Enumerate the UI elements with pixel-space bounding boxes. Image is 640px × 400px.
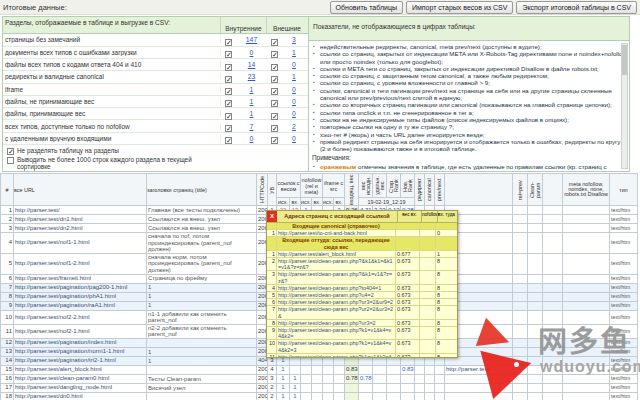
col-header-title[interactable]: заголовки страниц (title) bbox=[147, 174, 257, 206]
option-row[interactable]: ✓ Не разделять таблицу на разделы bbox=[7, 147, 306, 155]
import-weights-csv-button[interactable]: Импорт старых весов из CSV bbox=[406, 1, 513, 14]
cell bbox=[563, 301, 610, 310]
link-url[interactable]: http://parser.test/alert_block.html bbox=[277, 251, 395, 257]
col-header-w3[interactable]: Стар. Rank bbox=[387, 174, 401, 198]
scrollbar-thumb[interactable] bbox=[622, 45, 627, 75]
external-count-link[interactable]: 0 bbox=[282, 98, 306, 105]
tooltip-link-row[interactable]: 10 http://parser.test/clean-param.php?k1… bbox=[267, 340, 457, 353]
section-label: редиректы и валидные canonical bbox=[3, 73, 221, 80]
col-header-cleanparam[interactable]: Clean-param bbox=[528, 174, 543, 206]
tooltip-link-row[interactable]: 3 http://parser.test/clean-param.php?&k1… bbox=[267, 271, 457, 284]
col-header-httpcode[interactable]: HTTPCode bbox=[257, 174, 268, 206]
internal-count-link[interactable]: 23 bbox=[236, 73, 267, 80]
url-cell[interactable]: http://parser.test/frameit.html bbox=[14, 274, 147, 283]
col-header-w1[interactable]: вес исходн. bbox=[359, 174, 373, 198]
internal-count-link[interactable]: 1 bbox=[236, 98, 267, 105]
link-url[interactable]: http://parser.test/to-cnl-and-back.html bbox=[277, 230, 395, 236]
col-header-num[interactable]: # bbox=[1, 174, 14, 206]
link-url[interactable]: http://parser.test/clean-param.php?k1=v1… bbox=[277, 327, 395, 339]
url-cell[interactable]: http://parser.test/clean-param0.html bbox=[14, 374, 147, 383]
link-url[interactable]: http://parser.test/clean-param.php?&k1&k… bbox=[277, 258, 395, 270]
tooltip-link-row[interactable]: 4 http://parser.test/clean-param.php?to4… bbox=[267, 285, 457, 292]
col-header-relprev[interactable]: rel=prev bbox=[513, 174, 528, 206]
col-header-canonical[interactable]: canonical bbox=[425, 174, 435, 206]
close-icon[interactable]: X bbox=[267, 211, 277, 222]
col-header-mimetype[interactable]: тип bbox=[610, 174, 638, 206]
url-cell[interactable]: http://parser.test/nof2-2.html bbox=[14, 310, 147, 324]
url-cell[interactable]: http://parser.test/pagination/pag200-1.h… bbox=[14, 283, 147, 292]
link-url[interactable]: http://parser.test/clean-param.php?ur3=2 bbox=[277, 320, 395, 326]
external-count-link[interactable]: 0 bbox=[282, 110, 306, 117]
internal-count-link[interactable]: 0 bbox=[236, 49, 267, 56]
link-url[interactable]: http://parser.test/clean-param.php?u4=2 bbox=[277, 292, 395, 298]
col-header-nofollow[interactable]: nofollow (rel и meta) bbox=[301, 174, 323, 198]
internal-count-link[interactable]: 0 bbox=[236, 135, 267, 142]
col-header-prevnext[interactable]: prev/next bbox=[435, 174, 445, 206]
link-url[interactable]: http://parser.test/clean-param.php?ur3=2… bbox=[277, 299, 395, 305]
external-count-link[interactable]: 0 bbox=[282, 135, 306, 142]
tooltip-link-row[interactable]: 8 http://parser.test/clean-param.php?ur3… bbox=[267, 320, 457, 327]
url-cell[interactable]: http://parser.test/pagination/raA1.html bbox=[14, 301, 147, 310]
tooltip-link-row[interactable]: 1 http://parser.test/to-cnl-and-back.htm… bbox=[267, 230, 457, 237]
internal-count-link[interactable]: 147 bbox=[236, 36, 267, 43]
cell bbox=[563, 383, 610, 392]
internal-count-link[interactable]: 1 bbox=[236, 86, 267, 93]
url-cell[interactable]: http://parser.test/pagination/tri2-1.htm… bbox=[14, 356, 147, 365]
option-checkbox[interactable]: ✓ bbox=[7, 148, 14, 155]
url-cell[interactable]: http://parser.test/dn0.html bbox=[14, 392, 147, 400]
url-cell[interactable]: http://parser.test/dn2.html bbox=[14, 224, 147, 233]
external-count-link[interactable]: 1 bbox=[282, 49, 306, 56]
url-cell[interactable]: http://parser.test/dangling_node.html bbox=[14, 383, 147, 392]
tooltip-link-row[interactable]: 2 http://parser.test/clean-param.php?&k1… bbox=[267, 258, 457, 271]
internal-count-link[interactable]: 7 bbox=[236, 123, 267, 130]
section-label: страницы без замечаний bbox=[3, 36, 221, 43]
tooltip-link-row[interactable]: 5 http://parser.test/clean-param.php?u4=… bbox=[267, 292, 457, 299]
col-header-links-weight[interactable]: ссылок с весом bbox=[277, 174, 301, 198]
option-checkbox[interactable] bbox=[7, 157, 14, 164]
url-cell[interactable]: http://parser.test/alert_block.html bbox=[14, 365, 147, 374]
table-row[interactable]: 15http://parser.test/alert_block.html200… bbox=[1, 365, 638, 374]
refresh-tables-button[interactable]: Обновить таблицы bbox=[330, 1, 403, 14]
export-table-csv-button[interactable]: Экспорт итоговой таблицы в CSV bbox=[516, 1, 637, 14]
external-count-link[interactable]: 2 bbox=[282, 123, 306, 130]
internal-count-link[interactable]: 1 bbox=[236, 110, 267, 117]
col-header-iframe[interactable]: iframe с src bbox=[323, 174, 345, 198]
col-header-w2[interactable]: удельн. вес bbox=[373, 174, 387, 198]
url-cell[interactable]: http://parser.test/pagination/index.html bbox=[14, 338, 147, 347]
url-cell[interactable]: http://parser.test/pagination/norm1-1.ht… bbox=[14, 347, 147, 356]
col-header-incoming-weight[interactable]: входящ. вес bbox=[345, 174, 359, 206]
col-header-redirect[interactable]: редирект bbox=[415, 174, 425, 206]
table-row[interactable]: 18http://parser.test/dn0.html200211text/… bbox=[1, 392, 638, 400]
snapshot-date-header[interactable]: 19-02-19_12:19 bbox=[359, 198, 415, 206]
tooltip-link-row[interactable]: 1 http://parser.test/alert_block.html 0.… bbox=[267, 251, 457, 258]
link-url[interactable]: http://parser.test/clean-param.php?ur2=2… bbox=[277, 306, 395, 318]
tooltip-link-row[interactable]: 6 http://parser.test/clean-param.php?ur3… bbox=[267, 299, 457, 306]
link-url[interactable]: http://parser.test/clean-param.php?to404… bbox=[277, 285, 395, 291]
external-count-link[interactable]: 0 bbox=[282, 61, 306, 68]
url-cell[interactable]: http://parser.test/dn1.html bbox=[14, 215, 147, 224]
option-row[interactable]: Выводить не более 1000 строк каждого раз… bbox=[7, 156, 306, 170]
table-row[interactable]: 17http://parser.test/dangling_node.htmlВ… bbox=[1, 383, 638, 392]
link-url[interactable]: http://parser.test/clean-param.php?k1=v1… bbox=[277, 340, 395, 352]
notes-scrollbar[interactable] bbox=[621, 43, 628, 169]
row-number: 8 bbox=[267, 320, 277, 326]
col-header-url[interactable]: все URL bbox=[14, 174, 147, 206]
tooltip-link-row[interactable]: 7 http://parser.test/clean-param.php?ur2… bbox=[267, 306, 457, 319]
url-cell[interactable]: http://parser.test/nof1-2.html bbox=[14, 253, 147, 274]
external-count-link[interactable]: 1 bbox=[282, 73, 306, 80]
url-cell[interactable]: http://parser.test/nof2-1.html bbox=[14, 324, 147, 338]
internal-count-link[interactable]: 14 bbox=[236, 61, 267, 68]
table-row[interactable]: 16http://parser.test/clean-param0.htmlТе… bbox=[1, 374, 638, 383]
link-url[interactable]: http://parser.test/clean-param.php?&k1=v… bbox=[277, 271, 395, 283]
url-cell[interactable]: http://parser.test/nof1-1.html bbox=[14, 233, 147, 254]
col-header-uv[interactable]: УВ bbox=[268, 174, 277, 206]
tooltip-link-row[interactable]: 9 http://parser.test/clean-param.php?k1=… bbox=[267, 327, 457, 340]
external-count-link[interactable]: 0 bbox=[282, 86, 306, 93]
col-header-w4[interactable]: Нов. Rank bbox=[401, 174, 415, 198]
url-cell[interactable]: http://parser.test/pagination/phA1.html bbox=[14, 292, 147, 301]
url-cell[interactable]: http://parser.test/ bbox=[14, 206, 147, 215]
tooltip-link-row[interactable]: 11 http://parser.test/clean-param.php?k1… bbox=[267, 354, 457, 358]
col-header-meta-robots[interactable]: meta nofollow, noindex, none, robots.txt… bbox=[563, 174, 610, 206]
link-url[interactable]: http://parser.test/clean-param.php?k1=v1… bbox=[277, 354, 395, 358]
external-count-link[interactable]: 3 bbox=[282, 36, 306, 43]
